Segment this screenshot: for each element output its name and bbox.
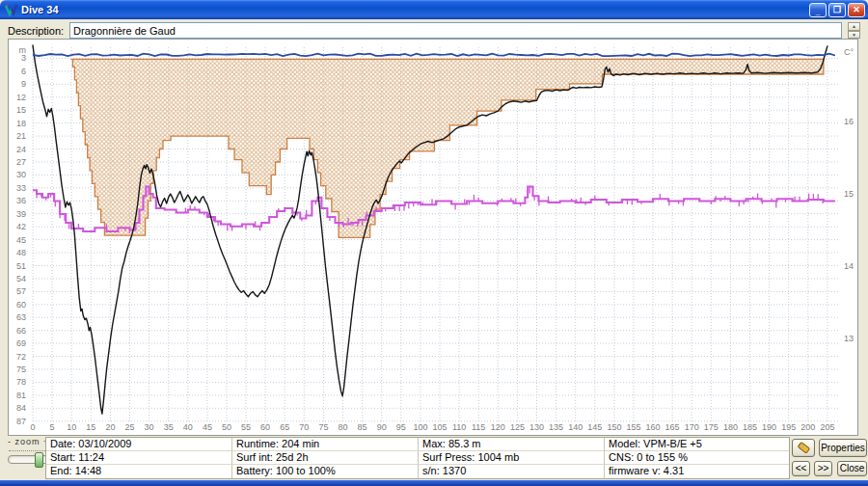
properties-button[interactable]: Properties — [819, 439, 867, 457]
svg-text:15: 15 — [16, 105, 26, 115]
profile-plot-panel: 0510152025303540455055606570758085909510… — [8, 39, 858, 436]
description-label: Description: — [8, 25, 64, 37]
svg-text:51: 51 — [16, 261, 26, 271]
svg-text:84: 84 — [16, 403, 26, 413]
svg-text:115: 115 — [472, 422, 485, 432]
dive-spinner: ▲ ▼ — [848, 22, 860, 39]
svg-text:95: 95 — [396, 422, 406, 432]
svg-text:87: 87 — [16, 417, 26, 426]
maximize-button[interactable]: ❐ — [828, 3, 846, 17]
svg-text:145: 145 — [587, 422, 602, 432]
svg-text:50: 50 — [222, 422, 231, 432]
dive-profile-chart: 0510152025303540455055606570758085909510… — [9, 40, 857, 435]
spinner-up-icon[interactable]: ▲ — [848, 22, 860, 31]
svg-text:27: 27 — [16, 157, 26, 167]
info-firmware: firmware v: 4.31 — [605, 465, 789, 478]
svg-text:135: 135 — [549, 422, 563, 432]
svg-text:205: 205 — [820, 422, 834, 432]
svg-text:18: 18 — [16, 119, 26, 128]
svg-text:150: 150 — [607, 422, 621, 432]
svg-text:57: 57 — [16, 286, 26, 296]
info-battery: Battery: 100 to 100% — [232, 465, 419, 478]
svg-text:5: 5 — [50, 422, 55, 432]
svg-text:12: 12 — [16, 93, 26, 102]
description-row: Description: ▲ ▼ — [0, 19, 868, 39]
svg-text:160: 160 — [645, 422, 660, 432]
info-surface-interval: Surf int: 25d 2h — [232, 451, 419, 465]
svg-text:14: 14 — [844, 261, 854, 271]
minimize-button[interactable]: _ — [809, 3, 827, 17]
description-input[interactable] — [69, 22, 842, 39]
svg-text:200: 200 — [800, 422, 815, 432]
app-icon — [4, 3, 17, 16]
svg-text:165: 165 — [665, 422, 680, 432]
next-dive-button[interactable]: >> — [814, 461, 832, 476]
svg-text:90: 90 — [377, 422, 387, 432]
svg-text:69: 69 — [16, 338, 26, 348]
svg-text:75: 75 — [16, 364, 26, 374]
info-end-time: End: 14:48 — [46, 465, 232, 478]
svg-text:81: 81 — [16, 391, 26, 400]
svg-text:72: 72 — [16, 352, 26, 362]
svg-text:80: 80 — [338, 422, 347, 432]
svg-text:C°: C° — [844, 47, 854, 57]
svg-text:100: 100 — [413, 422, 427, 432]
svg-text:39: 39 — [16, 209, 26, 219]
svg-text:55: 55 — [241, 422, 251, 432]
info-start-time: Start: 11:24 — [46, 451, 232, 465]
info-model: Model: VPM-B/E +5 — [605, 438, 789, 451]
svg-text:180: 180 — [723, 422, 738, 432]
svg-text:20: 20 — [105, 422, 115, 432]
zoom-minus[interactable]: - — [8, 437, 12, 446]
svg-text:10: 10 — [67, 422, 76, 432]
close-window-button[interactable]: ✕ — [848, 3, 865, 17]
title-bar: Dive 34 _ ❐ ✕ — [0, 0, 868, 19]
svg-text:40: 40 — [183, 422, 193, 432]
svg-text:65: 65 — [280, 422, 289, 432]
svg-text:85: 85 — [358, 422, 367, 432]
svg-text:24: 24 — [16, 145, 26, 154]
svg-text:63: 63 — [16, 312, 26, 322]
svg-text:155: 155 — [626, 422, 640, 432]
zoom-slider-thumb[interactable] — [35, 452, 43, 468]
previous-dive-button[interactable]: << — [792, 461, 810, 476]
svg-text:42: 42 — [16, 222, 26, 231]
svg-text:125: 125 — [510, 422, 525, 432]
svg-text:190: 190 — [762, 422, 776, 432]
svg-text:13: 13 — [844, 334, 854, 343]
svg-text:45: 45 — [16, 235, 26, 245]
spinner-down-icon[interactable]: ▼ — [848, 31, 860, 40]
action-buttons: Properties << >> Close — [791, 438, 868, 478]
svg-text:170: 170 — [685, 422, 699, 432]
svg-text:110: 110 — [452, 422, 466, 432]
dive-info-table: Date: 03/10/2009 Runtime: 204 min Max: 8… — [45, 437, 790, 479]
svg-text:15: 15 — [86, 422, 95, 432]
svg-text:185: 185 — [743, 422, 757, 432]
svg-text:m: m — [19, 45, 27, 55]
tag-icon-button[interactable] — [792, 439, 815, 457]
info-max-depth: Max: 85.3 m — [419, 438, 605, 451]
info-date: Date: 03/10/2009 — [46, 438, 232, 451]
window-title: Dive 34 — [21, 4, 807, 15]
info-cns: CNS: 0 to 155 % — [605, 451, 789, 465]
svg-text:130: 130 — [529, 422, 544, 432]
svg-text:66: 66 — [16, 326, 26, 336]
close-button[interactable]: Close — [837, 461, 867, 476]
svg-text:36: 36 — [16, 196, 26, 205]
svg-text:15: 15 — [844, 189, 854, 199]
svg-text:25: 25 — [124, 422, 134, 432]
info-runtime: Runtime: 204 min — [232, 438, 419, 451]
svg-text:0: 0 — [30, 422, 35, 432]
dive-log-window: { "window": { "title": "Dive 34" }, "des… — [0, 0, 868, 486]
svg-text:140: 140 — [568, 422, 583, 432]
svg-text:45: 45 — [203, 422, 212, 432]
tag-icon — [795, 441, 812, 454]
svg-text:175: 175 — [704, 422, 719, 432]
info-surface-pressure: Surf Press: 1004 mb — [419, 451, 605, 465]
svg-text:75: 75 — [318, 422, 328, 432]
svg-text:21: 21 — [16, 131, 26, 141]
taskbar-edge — [0, 480, 868, 486]
svg-text:195: 195 — [781, 422, 796, 432]
bottom-bar: - zoom + Date: 03/10/2009 Runtime: 204 m… — [0, 437, 868, 480]
svg-text:35: 35 — [164, 422, 174, 432]
